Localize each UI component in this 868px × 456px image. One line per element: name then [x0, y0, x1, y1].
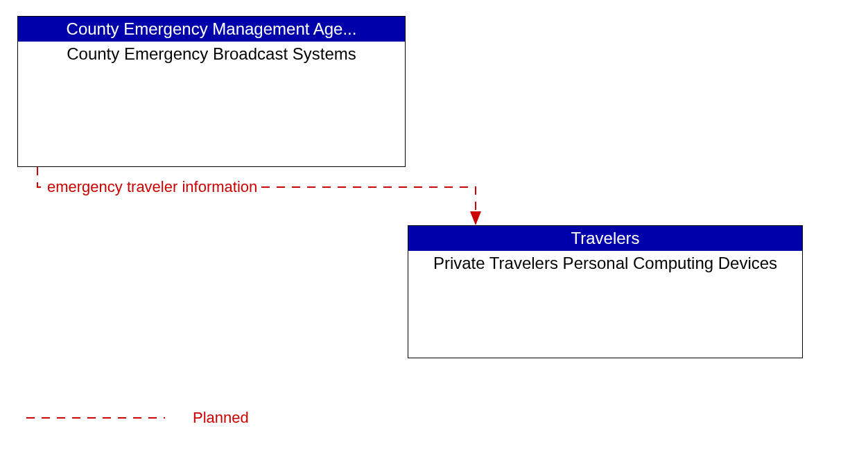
entity-box-county-emergency: County Emergency Management Age... Count…: [17, 16, 406, 167]
entity-box-travelers: Travelers Private Travelers Personal Com…: [408, 225, 803, 358]
entity-header: Travelers: [408, 226, 802, 251]
entity-header: County Emergency Management Age...: [18, 17, 405, 42]
flow-label-emergency-traveler-information: emergency traveler information: [46, 178, 259, 196]
legend-label-planned: Planned: [193, 409, 249, 427]
entity-body: County Emergency Broadcast Systems: [18, 42, 405, 67]
entity-body: Private Travelers Personal Computing Dev…: [408, 251, 802, 276]
